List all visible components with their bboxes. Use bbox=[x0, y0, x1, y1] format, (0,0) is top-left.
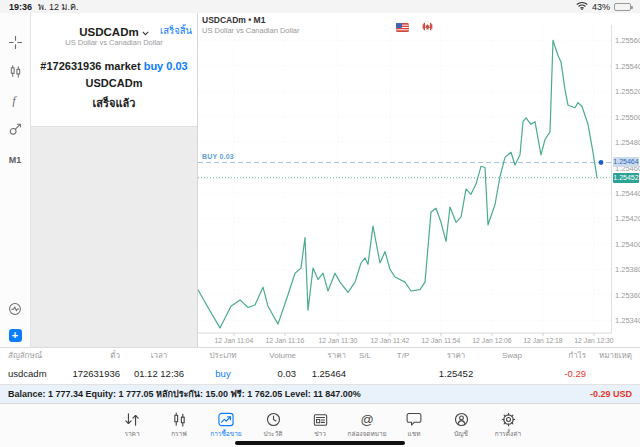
table-cell: -0.29 bbox=[534, 368, 586, 379]
svg-text:f: f bbox=[12, 94, 17, 107]
tool-timeframe[interactable]: M1 bbox=[0, 153, 30, 167]
table-cell: usdcadm bbox=[0, 368, 68, 379]
tab-charts[interactable]: กราฟ bbox=[158, 411, 200, 439]
price-axis-label: 1.25400 bbox=[615, 240, 640, 249]
quotes-icon bbox=[124, 411, 140, 427]
table-header-cell[interactable]: เวลา bbox=[120, 349, 198, 362]
history-icon bbox=[266, 411, 281, 427]
time-axis-label: 12 Jan 11:30 bbox=[315, 337, 361, 344]
order-result-symbol: USDCADm bbox=[31, 77, 197, 89]
status-bar: 19:36 พ. 12 ม.ค. 43% bbox=[0, 0, 640, 13]
tool-objects[interactable] bbox=[0, 124, 30, 138]
tab-settings[interactable]: การตั้งค่า bbox=[487, 411, 529, 439]
tab-quotes[interactable]: ราคา bbox=[111, 411, 153, 439]
tool-trade-status[interactable] bbox=[8, 302, 22, 320]
table-header-cell[interactable]: หมายเหตุ bbox=[586, 349, 640, 362]
battery-icon bbox=[614, 3, 631, 11]
time-axis-label: 12 Jan 12:18 bbox=[520, 337, 566, 344]
status-time: 19:36 bbox=[9, 2, 32, 12]
tab-label: แชท bbox=[408, 429, 421, 439]
price-axis-label: 1.25440 bbox=[615, 189, 640, 198]
table-header-cell[interactable]: Volume bbox=[248, 351, 296, 360]
new-order-button[interactable]: + bbox=[9, 329, 22, 342]
news-icon bbox=[313, 411, 328, 427]
wifi-icon bbox=[576, 1, 588, 12]
app-screen: 19:36 พ. 12 ม.ค. 43% fM1+ USDCADm เสร็จส… bbox=[0, 0, 640, 447]
functions-icon: f bbox=[9, 93, 22, 111]
order-result-status: เสร็จแล้ว bbox=[31, 94, 197, 112]
status-date: พ. 12 ม.ค. bbox=[38, 0, 78, 14]
tab-news[interactable]: ข่าว bbox=[299, 411, 341, 439]
current-price-tag: 1.25452 bbox=[613, 173, 639, 183]
tab-label: ข่าว bbox=[314, 429, 326, 439]
chat-icon bbox=[406, 411, 422, 427]
order-buy-volume: buy 0.03 bbox=[144, 60, 188, 72]
table-header-cell[interactable]: T/P bbox=[384, 351, 422, 360]
table-header-cell[interactable]: S/L bbox=[346, 351, 384, 360]
time-axis-label: 12 Jan 12:06 bbox=[469, 337, 515, 344]
done-button[interactable]: เสร็จสิ้น bbox=[160, 23, 192, 38]
time-axis-label: 12 Jan 11:16 bbox=[262, 337, 308, 344]
crosshair-icon bbox=[9, 35, 22, 53]
table-cell: 1.25452 bbox=[422, 368, 490, 379]
symbol-name: USDCADm bbox=[79, 26, 138, 38]
tool-indicators[interactable] bbox=[0, 66, 30, 80]
table-header-cell[interactable]: กำไร bbox=[534, 349, 586, 362]
tool-functions[interactable]: f bbox=[0, 95, 30, 109]
balance-bar: Balance: 1 777.34 Equity: 1 777.05 หลักป… bbox=[0, 384, 640, 403]
tool-crosshair[interactable] bbox=[0, 37, 30, 51]
time-axis-label: 12 Jan 11:54 bbox=[418, 337, 464, 344]
plus-icon: + bbox=[12, 329, 18, 341]
tab-accounts[interactable]: บัญชี bbox=[440, 411, 482, 439]
table-header-cell[interactable]: Swap bbox=[490, 351, 534, 360]
settings-icon bbox=[501, 411, 516, 427]
bottom-tab-bar: ราคากราฟการซื้อขายประวัติข่าว@กล่องจดหมา… bbox=[0, 403, 640, 447]
account-summary: Balance: 1 777.34 Equity: 1 777.05 หลักป… bbox=[8, 387, 361, 401]
symbol-selector[interactable]: USDCADm bbox=[79, 26, 148, 38]
timeframe-label: M1 bbox=[9, 155, 22, 165]
sidebar-bottom-group: + bbox=[8, 302, 22, 342]
table-header-cell[interactable]: ราคา bbox=[422, 349, 490, 362]
chevron-down-icon bbox=[142, 26, 149, 38]
price-axis-label: 1.25340 bbox=[615, 316, 640, 325]
mailbox-icon: @ bbox=[359, 411, 375, 427]
price-axis-label: 1.25360 bbox=[615, 291, 640, 300]
price-chart[interactable] bbox=[198, 25, 612, 339]
price-axis-label: 1.25380 bbox=[615, 265, 640, 274]
tab-label: กราฟ bbox=[171, 429, 187, 439]
table-header-row: สัญลักษณ์ตั๋วเวลาประเภทVolumeราคาS/LT/Pร… bbox=[0, 348, 640, 363]
table-header-cell[interactable]: ประเภท bbox=[198, 349, 248, 362]
table-cell: 172631936 bbox=[68, 368, 120, 379]
symbol-description: US Dollar vs Canadian Dollar bbox=[31, 38, 197, 47]
charts-icon bbox=[172, 411, 187, 427]
tab-trade[interactable]: การซื้อขาย bbox=[205, 411, 247, 439]
tab-history[interactable]: ประวัติ bbox=[252, 411, 294, 439]
table-cell: 01.12 12:36 bbox=[120, 368, 198, 379]
buy-price-tag: 1.25464 bbox=[613, 157, 639, 167]
chart-tools-sidebar: fM1+ bbox=[0, 13, 30, 347]
price-axis-label: 1.25420 bbox=[615, 214, 640, 223]
time-axis-label: 12 Jan 11:42 bbox=[367, 337, 413, 344]
table-header-cell[interactable]: ราคา bbox=[296, 349, 346, 362]
tab-chat[interactable]: แชท bbox=[393, 411, 435, 439]
table-cell: buy bbox=[198, 368, 248, 379]
chart-area[interactable]: USDCADm • M1 US Dollar vs Canadian Dolla… bbox=[198, 13, 640, 347]
table-header-cell[interactable]: ตั๋ว bbox=[68, 349, 120, 362]
home-indicator[interactable] bbox=[235, 441, 405, 445]
tab-mailbox[interactable]: @กล่องจดหมาย bbox=[346, 411, 388, 439]
tab-label: กล่องจดหมาย bbox=[347, 429, 386, 439]
buy-line-label: BUY 0.03 bbox=[202, 153, 234, 160]
price-axis-label: 1.25560 bbox=[615, 36, 640, 45]
table-header-cell[interactable]: สัญลักษณ์ bbox=[0, 349, 68, 362]
chart-symbol-timeframe: USDCADm • M1 bbox=[202, 15, 300, 25]
floating-profit: -0.29 USD bbox=[590, 389, 632, 399]
order-result-line: #172631936 market buy 0.03 bbox=[31, 60, 197, 72]
svg-text:@: @ bbox=[360, 412, 373, 427]
indicators-icon bbox=[9, 64, 22, 82]
price-axis-label: 1.25500 bbox=[615, 113, 640, 122]
table-row[interactable]: usdcadm17263193601.12 12:36buy0.031.2546… bbox=[0, 363, 640, 384]
tab-label: การตั้งค่า bbox=[495, 429, 521, 439]
table-cell: 1.25464 bbox=[296, 368, 346, 379]
tab-label: บัญชี bbox=[454, 429, 468, 439]
objects-icon bbox=[9, 122, 22, 140]
